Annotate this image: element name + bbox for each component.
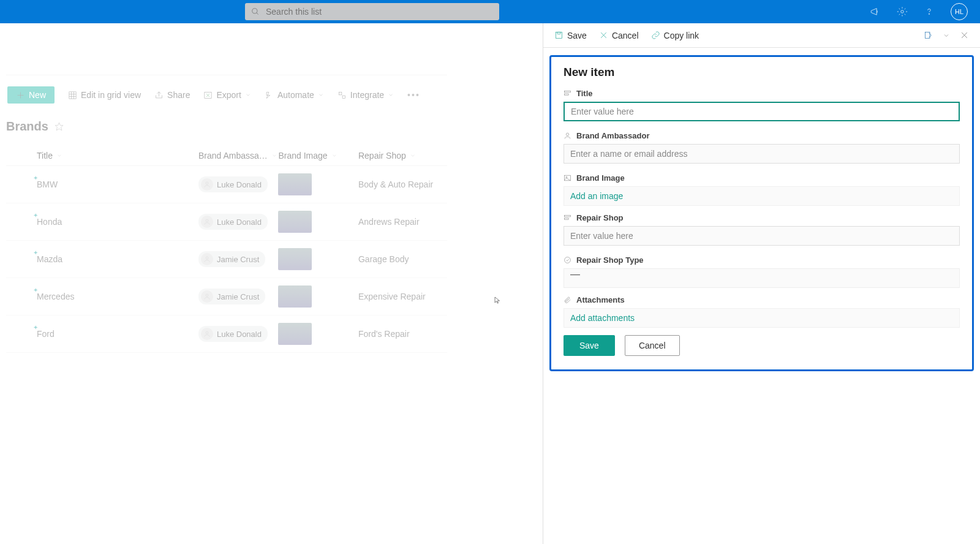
new-item-panel: Save Cancel Copy link New item Title	[543, 23, 980, 544]
integrate-button[interactable]: Integrate	[337, 90, 394, 100]
col-header-shop[interactable]: Repair Shop	[358, 151, 447, 161]
chevron-down-icon	[331, 153, 337, 159]
chevron-down-icon	[410, 153, 416, 159]
chevron-down-icon	[245, 92, 251, 98]
plus-icon	[16, 91, 25, 100]
text-icon	[564, 214, 571, 222]
svg-point-29	[566, 133, 568, 135]
export-button[interactable]: Export	[203, 90, 251, 100]
table-row[interactable]: ✦MazdaJamie CrustGarage Body	[6, 241, 447, 278]
field-label-shoptype: Repair Shop Type	[564, 255, 960, 265]
svg-rect-21	[557, 32, 560, 34]
table-row[interactable]: ✦FordLuke DonaldFord's Repair	[6, 315, 447, 353]
brand-image-thumb	[278, 323, 312, 345]
svg-rect-13	[342, 96, 345, 98]
person-icon	[564, 132, 571, 140]
automate-button[interactable]: Automate	[265, 90, 324, 100]
field-label-ambassador: Brand Ambassador	[564, 131, 960, 140]
svg-point-34	[565, 257, 571, 263]
field-label-title: Title	[564, 89, 960, 98]
close-icon	[599, 31, 608, 40]
table-row[interactable]: ✦BMWLuke DonaldBody & Auto Repair	[6, 166, 447, 203]
gear-icon[interactable]	[897, 6, 908, 17]
col-header-image[interactable]: Brand Image	[278, 151, 358, 161]
field-label-shop: Repair Shop	[564, 213, 960, 222]
shop-input[interactable]	[564, 226, 960, 246]
attachment-icon	[564, 296, 571, 304]
brand-image-thumb	[278, 248, 312, 270]
link-icon	[651, 31, 660, 40]
share-icon	[154, 91, 164, 100]
svg-point-17	[206, 257, 208, 259]
svg-rect-6	[69, 91, 76, 98]
svg-marker-14	[55, 123, 63, 130]
col-header-title[interactable]: Title	[37, 151, 198, 161]
panel-save-button[interactable]: Save	[554, 31, 587, 40]
list-page: New Edit in grid view Share Export Autom…	[0, 23, 453, 544]
close-icon[interactable]	[960, 31, 969, 40]
share-button[interactable]: Share	[154, 90, 190, 100]
svg-rect-12	[339, 92, 341, 94]
svg-point-3	[929, 13, 929, 14]
person-pill[interactable]: Luke Donald	[198, 326, 268, 342]
svg-rect-20	[556, 32, 562, 39]
export-label: Export	[216, 90, 241, 100]
help-icon[interactable]	[924, 6, 935, 17]
title-input[interactable]	[564, 102, 960, 121]
chevron-down-icon[interactable]	[943, 32, 950, 39]
svg-line-1	[257, 13, 258, 15]
person-pill[interactable]: Jamie Crust	[198, 251, 265, 267]
add-image-link[interactable]: Add an image	[564, 186, 960, 206]
search-input[interactable]	[266, 7, 493, 17]
save-icon	[554, 31, 564, 40]
integrate-icon	[337, 91, 347, 100]
svg-point-0	[252, 9, 257, 13]
form-edit-icon[interactable]	[924, 31, 933, 40]
table-row[interactable]: ✦MercedesJamie CrustExpensive Repair	[6, 278, 447, 315]
grid-icon	[68, 91, 77, 100]
cancel-button[interactable]: Cancel	[625, 335, 680, 356]
megaphone-icon[interactable]	[870, 6, 881, 17]
col-header-ambassador[interactable]: Brand Ambassa…	[198, 151, 279, 161]
chevron-down-icon	[388, 92, 394, 98]
text-icon	[564, 89, 571, 97]
svg-rect-28	[565, 94, 569, 95]
star-icon[interactable]	[55, 122, 64, 131]
svg-rect-33	[565, 218, 569, 219]
user-avatar[interactable]: HL	[951, 3, 968, 20]
add-attachments-link[interactable]: Add attachments	[564, 308, 960, 328]
ambassador-input[interactable]	[564, 144, 960, 164]
edit-grid-button[interactable]: Edit in grid view	[68, 90, 141, 100]
chevron-down-icon	[318, 92, 324, 98]
person-pill[interactable]: Jamie Crust	[198, 289, 265, 304]
svg-point-19	[206, 331, 208, 334]
search-box[interactable]	[245, 3, 499, 20]
flow-icon	[265, 91, 274, 100]
brand-image-thumb	[278, 211, 312, 233]
more-button[interactable]: •••	[407, 90, 420, 100]
person-pill[interactable]: Luke Donald	[198, 176, 268, 192]
new-button-label: New	[29, 90, 46, 100]
panel-copylink-button[interactable]: Copy link	[651, 31, 699, 40]
svg-rect-27	[565, 91, 571, 93]
automate-label: Automate	[277, 90, 314, 100]
column-headers: Title Brand Ambassa… Brand Image Repair …	[6, 146, 447, 166]
form-heading: New item	[564, 66, 960, 79]
list-title: Brands	[6, 119, 447, 134]
svg-rect-32	[565, 216, 571, 217]
chevron-down-icon	[271, 153, 277, 159]
svg-point-15	[206, 182, 208, 184]
header-actions: HL	[870, 3, 968, 20]
global-header: HL	[0, 0, 980, 23]
panel-cancel-button[interactable]: Cancel	[599, 31, 639, 40]
chevron-down-icon	[56, 153, 62, 159]
person-pill[interactable]: Luke Donald	[198, 214, 268, 230]
excel-icon	[203, 91, 213, 100]
table-row[interactable]: ✦HondaLuke DonaldAndrews Repair	[6, 203, 447, 241]
list-title-text: Brands	[6, 119, 48, 134]
shoptype-select[interactable]: —	[564, 268, 960, 288]
new-button[interactable]: New	[7, 86, 55, 104]
save-button[interactable]: Save	[564, 335, 615, 356]
integrate-label: Integrate	[350, 90, 384, 100]
avatar-initials: HL	[955, 8, 963, 15]
